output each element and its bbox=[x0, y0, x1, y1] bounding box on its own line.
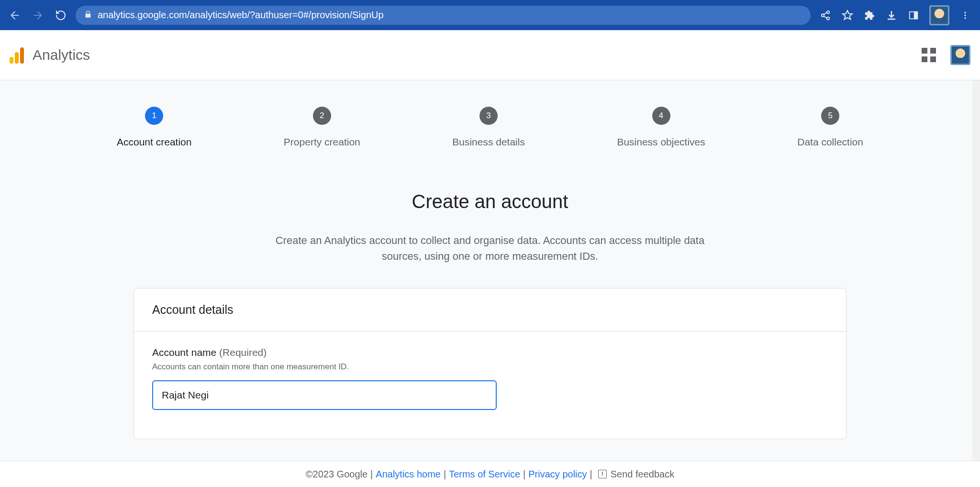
browser-toolbar: analytics.google.com/analytics/web/?auth… bbox=[0, 0, 980, 30]
page-title: Create an account bbox=[0, 191, 980, 212]
feedback-text: Send feedback bbox=[611, 469, 674, 480]
browser-actions bbox=[819, 5, 971, 25]
account-name-input[interactable] bbox=[152, 380, 497, 410]
separator: | bbox=[444, 469, 446, 480]
analytics-logo-icon bbox=[10, 46, 24, 64]
signup-stepper: 1 Account creation 2 Property creation 3… bbox=[117, 80, 863, 148]
share-icon[interactable] bbox=[819, 9, 832, 22]
card-title: Account details bbox=[134, 288, 846, 332]
analytics-home-link[interactable]: Analytics home bbox=[376, 469, 441, 480]
svg-point-0 bbox=[822, 14, 824, 17]
step-4[interactable]: 4 Business objectives bbox=[617, 107, 705, 148]
required-text: (Required) bbox=[216, 347, 267, 358]
step-label: Account creation bbox=[117, 136, 191, 148]
step-label: Business objectives bbox=[617, 136, 705, 148]
card-body: Account name (Required) Accounts can con… bbox=[134, 332, 846, 439]
svg-rect-5 bbox=[914, 11, 917, 19]
svg-point-6 bbox=[964, 11, 966, 13]
main-content: 1 Account creation 2 Property creation 3… bbox=[0, 80, 980, 487]
menu-icon[interactable] bbox=[959, 9, 971, 22]
app-header: Analytics bbox=[0, 30, 980, 80]
download-icon[interactable] bbox=[885, 9, 898, 22]
address-bar[interactable]: analytics.google.com/analytics/web/?auth… bbox=[76, 6, 811, 25]
profile-avatar[interactable] bbox=[929, 5, 949, 25]
svg-point-7 bbox=[964, 14, 966, 16]
svg-point-1 bbox=[827, 11, 830, 13]
separator: | bbox=[523, 469, 525, 480]
terms-link[interactable]: Terms of Service bbox=[449, 469, 520, 480]
back-button[interactable] bbox=[9, 9, 21, 22]
page-footer: ©2023 Google | Analytics home | Terms of… bbox=[0, 461, 980, 487]
step-label: Property creation bbox=[284, 136, 360, 148]
step-number: 1 bbox=[145, 107, 163, 125]
lock-icon bbox=[84, 10, 92, 21]
step-label: Data collection bbox=[797, 136, 863, 148]
step-label: Business details bbox=[452, 136, 525, 148]
step-number: 2 bbox=[313, 107, 331, 125]
account-details-card: Account details Account name (Required) … bbox=[134, 288, 846, 439]
step-5[interactable]: 5 Data collection bbox=[797, 107, 863, 148]
privacy-link[interactable]: Privacy policy bbox=[528, 469, 587, 480]
app-title: Analytics bbox=[33, 47, 90, 63]
feedback-icon: ! bbox=[598, 470, 607, 478]
separator: | bbox=[370, 469, 373, 480]
extensions-icon[interactable] bbox=[863, 9, 876, 22]
step-1[interactable]: 1 Account creation bbox=[117, 107, 191, 148]
svg-point-2 bbox=[827, 17, 830, 19]
copyright-text: ©2023 Google bbox=[306, 469, 368, 480]
panel-icon[interactable] bbox=[907, 9, 920, 22]
step-number: 4 bbox=[652, 107, 670, 125]
separator: | bbox=[590, 469, 592, 480]
send-feedback-button[interactable]: ! Send feedback bbox=[598, 469, 674, 480]
vertical-scrollbar[interactable] bbox=[972, 80, 980, 487]
reload-button[interactable] bbox=[55, 9, 67, 22]
account-name-label: Account name (Required) bbox=[152, 347, 828, 358]
step-number: 3 bbox=[479, 107, 498, 125]
forward-button[interactable] bbox=[32, 9, 44, 22]
logo-area[interactable]: Analytics bbox=[10, 46, 90, 64]
step-number: 5 bbox=[821, 107, 839, 125]
svg-point-8 bbox=[964, 17, 966, 19]
header-actions bbox=[922, 45, 970, 65]
account-avatar[interactable] bbox=[950, 45, 970, 65]
star-icon[interactable] bbox=[841, 9, 854, 22]
label-text: Account name bbox=[152, 347, 216, 358]
step-3[interactable]: 3 Business details bbox=[452, 107, 525, 148]
url-text: analytics.google.com/analytics/web/?auth… bbox=[98, 10, 384, 21]
page-description: Create an Analytics account to collect a… bbox=[256, 232, 724, 264]
browser-nav-controls bbox=[9, 9, 67, 22]
account-name-hint: Accounts can contain more than one measu… bbox=[152, 362, 828, 372]
step-2[interactable]: 2 Property creation bbox=[284, 107, 360, 148]
apps-grid-icon[interactable] bbox=[922, 48, 936, 62]
